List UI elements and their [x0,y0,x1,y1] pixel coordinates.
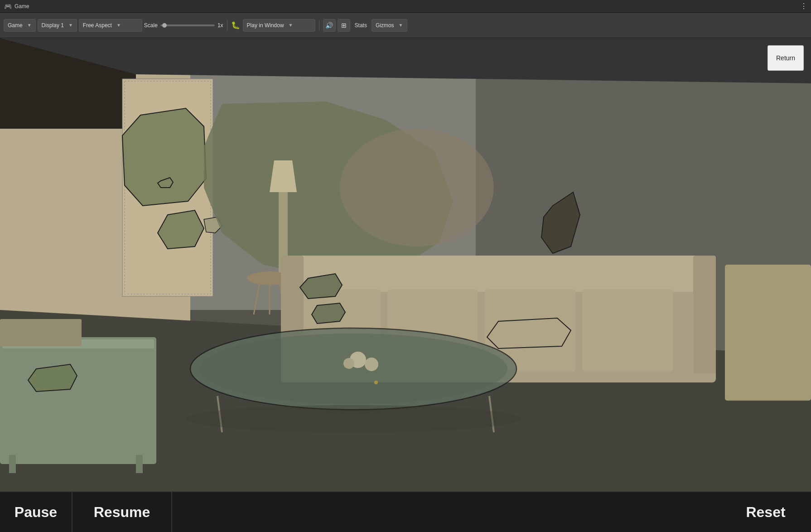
toolbar-separator-1 [227,20,227,31]
game-viewport: Return [0,38,811,491]
reset-button[interactable]: Reset [720,492,811,532]
svg-rect-50 [0,38,811,491]
stats-button[interactable]: Stats [352,19,370,32]
scale-label: Scale [144,22,158,29]
game-dropdown[interactable]: Game ▼ [4,19,36,32]
return-button[interactable]: Return [768,45,804,71]
audio-button[interactable]: 🔊 [323,19,336,32]
game-dropdown-label: Game [8,22,23,29]
play-in-window-dropdown[interactable]: Play in Window ▼ [243,19,315,32]
display-dropdown-label: Display 1 [42,22,64,29]
dots-menu-button[interactable]: ⋮ [800,2,807,10]
scene-svg [0,38,811,491]
scale-value: 1x [217,22,223,29]
display-dropdown-arrow: ▼ [68,23,73,28]
resume-label: Resume [94,504,150,521]
toolbar-separator-2 [319,20,319,31]
gizmos-arrow: ▼ [399,23,403,28]
display-dropdown[interactable]: Display 1 ▼ [38,19,77,32]
resume-button[interactable]: Resume [72,492,172,532]
grid-icon: ⊞ [341,22,347,29]
game-window-icon: 🎮 [4,2,12,10]
gizmos-dropdown[interactable]: Gizmos ▼ [372,19,407,32]
reset-label: Reset [746,504,785,521]
aspect-dropdown[interactable]: Free Aspect ▼ [79,19,142,32]
play-in-window-label: Play in Window [247,22,284,29]
scale-slider-thumb [162,23,167,28]
gizmos-label: Gizmos [376,22,394,29]
title-bar: 🎮 Game ⋮ [0,0,811,13]
return-button-label: Return [776,54,795,62]
grid-button[interactable]: ⊞ [338,19,350,32]
scale-group: Scale 1x [144,22,223,29]
bottom-bar: Pause Resume Reset [0,491,811,532]
game-dropdown-arrow: ▼ [27,23,32,28]
window-title: Game [14,3,800,10]
audio-icon: 🔊 [325,22,333,29]
scale-slider[interactable] [160,24,215,26]
play-in-window-arrow: ▼ [289,23,293,28]
aspect-dropdown-arrow: ▼ [116,23,121,28]
aspect-dropdown-label: Free Aspect [83,22,112,29]
pause-label: Pause [14,504,57,521]
bug-icon: 🐛 [231,21,240,29]
bottom-spacer [172,492,720,532]
pause-button[interactable]: Pause [0,492,72,532]
toolbar: Game ▼ Display 1 ▼ Free Aspect ▼ Scale 1… [0,13,811,38]
